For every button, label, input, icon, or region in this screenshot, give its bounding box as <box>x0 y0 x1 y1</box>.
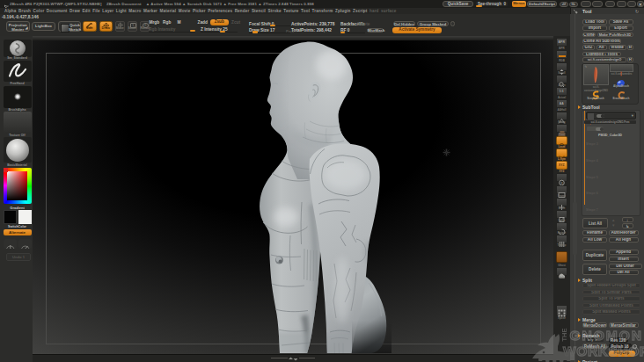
svg-text:GNOMON: GNOMON <box>570 328 643 343</box>
svg-text:WORKSHOP: WORKSHOP <box>563 344 644 358</box>
svg-text:THE: THE <box>560 329 568 342</box>
